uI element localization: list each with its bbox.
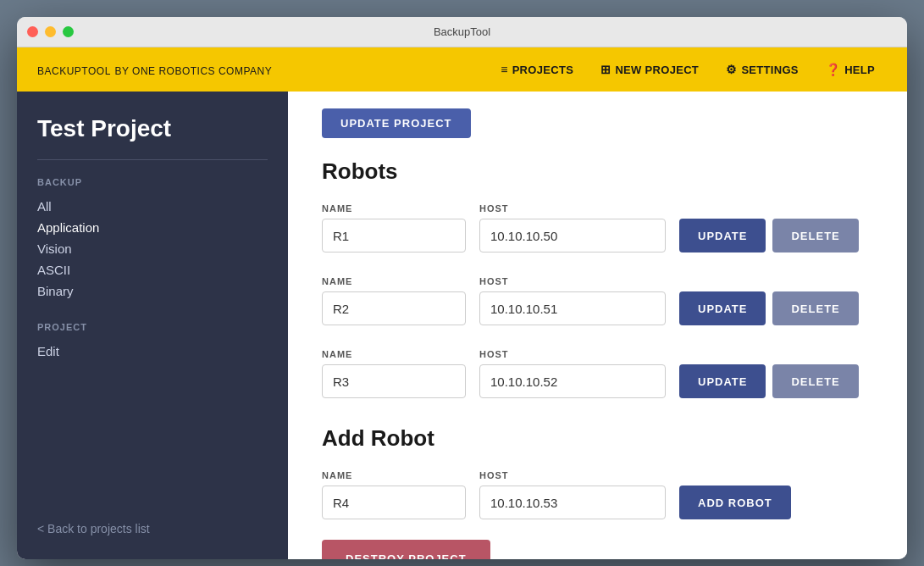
sidebar-item-ascii[interactable]: ASCII xyxy=(37,259,268,280)
robot-row-r2: NAME HOST UPDATE DELETE xyxy=(322,276,873,325)
topnav-projects[interactable]: ≡ PROJECTS xyxy=(489,58,585,81)
host-field-group-r2: HOST xyxy=(479,276,666,325)
help-label: HELP xyxy=(844,64,875,76)
sidebar-item-all[interactable]: All xyxy=(37,196,268,217)
host-field-group-r1: HOST xyxy=(479,203,666,252)
name-field-group-r2: NAME xyxy=(322,276,466,325)
action-buttons-r1: UPDATE DELETE xyxy=(679,219,859,252)
sidebar-item-binary[interactable]: Binary xyxy=(37,280,268,302)
main-area: Test Project BACKUP All Application Visi… xyxy=(17,92,907,559)
host-label-r3: HOST xyxy=(479,349,666,359)
robot-row-r3: NAME HOST UPDATE DELETE xyxy=(322,349,873,398)
titlebar-buttons xyxy=(27,26,74,37)
topnav-help[interactable]: ❓ HELP xyxy=(814,58,887,81)
sidebar-item-application[interactable]: Application xyxy=(37,217,268,238)
host-input-r2[interactable] xyxy=(479,291,666,325)
titlebar: BackupTool xyxy=(17,17,907,47)
sidebar-divider xyxy=(37,159,268,160)
add-robot-action: ADD ROBOT xyxy=(679,486,791,519)
new-project-icon: ⊞ xyxy=(600,63,611,76)
name-input-r3[interactable] xyxy=(322,364,466,398)
topnav-new-project[interactable]: ⊞ NEW PROJECT xyxy=(589,58,711,81)
projects-label: PROJECTS xyxy=(512,64,573,76)
sidebar-backup-section: BACKUP All Application Vision ASCII Bina… xyxy=(37,177,268,302)
sidebar: Test Project BACKUP All Application Visi… xyxy=(17,92,288,559)
new-robot-name-input[interactable] xyxy=(322,486,466,519)
brand: BACKUPTOOL BY ONE ROBOTICS COMPANY xyxy=(37,63,489,77)
delete-button-r1[interactable]: DELETE xyxy=(772,219,858,252)
add-robot-button[interactable]: ADD ROBOT xyxy=(679,486,791,519)
help-icon: ❓ xyxy=(826,63,840,76)
new-robot-host-input[interactable] xyxy=(479,486,666,519)
update-button-r2[interactable]: UPDATE xyxy=(679,291,766,325)
destroy-project-button[interactable]: DESTROY PROJECT xyxy=(322,540,490,559)
backup-section-label: BACKUP xyxy=(37,177,268,187)
new-robot-host-label: HOST xyxy=(479,470,666,480)
new-robot-name-group: NAME xyxy=(322,470,466,519)
add-robot-title: Add Robot xyxy=(322,425,873,452)
name-label-r3: NAME xyxy=(322,349,466,359)
robot-fields-r1: NAME HOST UPDATE DELETE xyxy=(322,203,873,252)
main-content: UPDATE PROJECT Robots NAME HOST UPDATE D xyxy=(288,92,907,559)
delete-button-r3[interactable]: DELETE xyxy=(772,364,858,398)
topnav: BACKUPTOOL BY ONE ROBOTICS COMPANY ≡ PRO… xyxy=(17,47,907,92)
name-label-r2: NAME xyxy=(322,276,466,286)
topnav-settings[interactable]: ⚙ SETTINGS xyxy=(714,58,811,81)
robot-fields-r3: NAME HOST UPDATE DELETE xyxy=(322,349,873,398)
update-button-r1[interactable]: UPDATE xyxy=(679,219,766,252)
update-project-button[interactable]: UPDATE PROJECT xyxy=(322,108,471,138)
settings-label: SETTINGS xyxy=(741,64,798,76)
host-input-r1[interactable] xyxy=(479,219,666,252)
new-robot-host-group: HOST xyxy=(479,470,666,519)
topnav-links: ≡ PROJECTS ⊞ NEW PROJECT ⚙ SETTINGS ❓ HE… xyxy=(489,58,887,81)
sidebar-project-title: Test Project xyxy=(37,115,268,142)
app-window: BackupTool BACKUPTOOL BY ONE ROBOTICS CO… xyxy=(17,17,907,559)
action-buttons-r2: UPDATE DELETE xyxy=(679,291,859,325)
project-section-label: PROJECT xyxy=(37,322,268,332)
destroy-project-wrapper: DESTROY PROJECT xyxy=(322,519,873,559)
delete-button-r2[interactable]: DELETE xyxy=(772,291,858,325)
back-to-projects[interactable]: < Back to projects list xyxy=(37,505,268,535)
action-buttons-r3: UPDATE DELETE xyxy=(679,364,859,398)
add-robot-fields: NAME HOST ADD ROBOT xyxy=(322,470,873,519)
robots-section-title: Robots xyxy=(322,158,873,185)
projects-icon: ≡ xyxy=(501,63,507,76)
window-title: BackupTool xyxy=(434,25,490,38)
sidebar-item-vision[interactable]: Vision xyxy=(37,238,268,259)
maximize-button[interactable] xyxy=(63,26,74,37)
brand-sub: BY ONE ROBOTICS COMPANY xyxy=(114,65,272,77)
host-label-r1: HOST xyxy=(479,203,666,214)
sidebar-item-edit[interactable]: Edit xyxy=(37,341,268,362)
host-input-r3[interactable] xyxy=(479,364,666,398)
close-button[interactable] xyxy=(27,26,38,37)
new-robot-name-label: NAME xyxy=(322,470,466,480)
name-label-r1: NAME xyxy=(322,203,466,214)
minimize-button[interactable] xyxy=(45,26,56,37)
name-field-group-r3: NAME xyxy=(322,349,466,398)
settings-icon: ⚙ xyxy=(726,63,737,76)
robot-fields-r2: NAME HOST UPDATE DELETE xyxy=(322,276,873,325)
host-label-r2: HOST xyxy=(479,276,666,286)
name-input-r2[interactable] xyxy=(322,291,466,325)
add-robot-section: Add Robot NAME HOST ADD ROBOT xyxy=(322,425,873,519)
name-field-group-r1: NAME xyxy=(322,203,466,252)
update-button-r3[interactable]: UPDATE xyxy=(679,364,766,398)
name-input-r1[interactable] xyxy=(322,219,466,252)
brand-name: BACKUPTOOL xyxy=(37,65,111,77)
host-field-group-r3: HOST xyxy=(479,349,666,398)
sidebar-project-section: PROJECT Edit xyxy=(37,322,268,362)
new-project-label: NEW PROJECT xyxy=(615,64,699,76)
robot-row-r1: NAME HOST UPDATE DELETE xyxy=(322,203,873,252)
